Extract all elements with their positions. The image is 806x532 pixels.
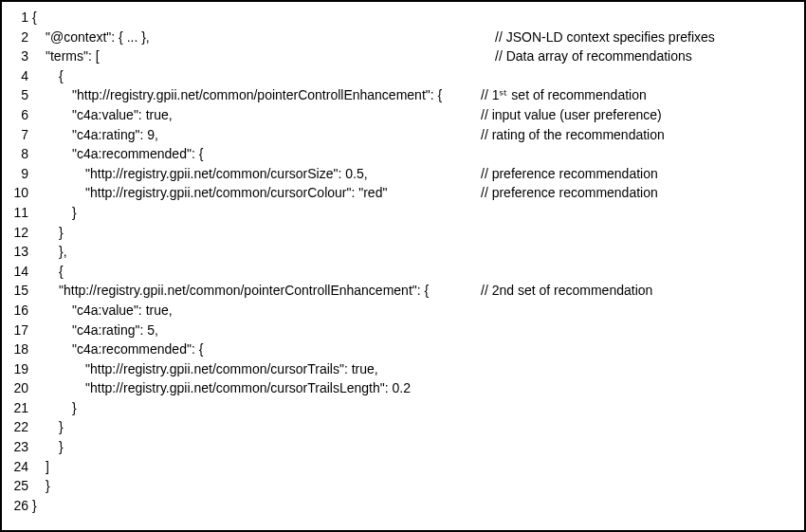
- line-number: 19: [2, 359, 32, 378]
- code-line: 2"@context": { ... },// JSON-LD context …: [2, 28, 804, 47]
- code-text: "http://registry.gpii.net/common/cursorT…: [32, 359, 378, 378]
- code-line: 14{: [2, 262, 804, 282]
- code-text: }: [32, 496, 37, 515]
- line-number: 26: [2, 496, 32, 515]
- code-line: 6"c4a:value": true,// input value (user …: [2, 105, 804, 125]
- code-comment: // JSON-LD context specifies prefixes: [495, 28, 715, 46]
- code-line: 9"http://registry.gpii.net/common/cursor…: [2, 164, 804, 184]
- code-line: 22}: [2, 417, 804, 437]
- line-number: 21: [2, 398, 32, 417]
- code-comment: // rating of the recommendation: [481, 125, 665, 144]
- line-number: 18: [2, 339, 32, 358]
- code-line: 4{: [2, 66, 804, 86]
- code-text: "c4a:recommended": {: [32, 144, 203, 163]
- code-line: 5"http://registry.gpii.net/common/pointe…: [2, 85, 804, 105]
- line-number: 12: [2, 223, 32, 242]
- code-line: 1{: [2, 8, 804, 28]
- code-text: }: [32, 223, 64, 242]
- code-line: 7"c4a:rating": 9,// rating of the recomm…: [2, 125, 804, 145]
- code-text: }: [32, 398, 77, 417]
- code-comment: // preference recommendation: [481, 164, 658, 183]
- code-line: 16"c4a:value": true,: [2, 301, 804, 321]
- code-text: {: [32, 66, 64, 85]
- line-number: 9: [2, 164, 32, 183]
- code-text: }: [32, 417, 64, 436]
- code-line: 19"http://registry.gpii.net/common/curso…: [2, 359, 804, 379]
- code-line: 15"http://registry.gpii.net/common/point…: [2, 281, 804, 301]
- line-number: 5: [2, 85, 32, 104]
- code-line: 23}: [2, 437, 804, 457]
- code-text: "c4a:recommended": {: [32, 339, 203, 358]
- code-text: "http://registry.gpii.net/common/cursorT…: [32, 378, 411, 397]
- code-comment: // 1ˢᵗ set of recommendation: [481, 85, 647, 104]
- line-number: 8: [2, 144, 32, 163]
- line-number: 3: [2, 46, 32, 65]
- code-comment: // input value (user preference): [481, 105, 662, 124]
- code-text: "@context": { ... },: [32, 28, 150, 46]
- line-number: 6: [2, 105, 32, 124]
- code-text: },: [32, 242, 67, 261]
- code-text: "http://registry.gpii.net/common/pointer…: [32, 281, 429, 300]
- line-number: 11: [2, 203, 32, 222]
- code-line: 8"c4a:recommended": {: [2, 144, 804, 164]
- code-line: 21}: [2, 398, 804, 418]
- code-text: "c4a:value": true,: [32, 301, 173, 320]
- code-line: 25}: [2, 476, 804, 496]
- line-number: 15: [2, 281, 32, 300]
- line-number: 17: [2, 321, 32, 339]
- line-number: 13: [2, 242, 32, 261]
- code-line: 11}: [2, 203, 804, 223]
- line-number: 20: [2, 378, 32, 397]
- code-line: 18"c4a:recommended": {: [2, 339, 804, 359]
- code-text: }: [32, 203, 77, 222]
- line-number: 4: [2, 66, 32, 85]
- code-text: ]: [32, 457, 49, 476]
- code-comment: // Data array of recommendations: [495, 46, 692, 65]
- line-number: 25: [2, 476, 32, 495]
- code-comment: // preference recommendation: [481, 183, 658, 202]
- code-text: {: [32, 262, 64, 281]
- line-number: 22: [2, 417, 32, 436]
- code-line: 17"c4a:rating": 5,: [2, 321, 804, 340]
- line-number: 7: [2, 125, 32, 144]
- code-text: "http://registry.gpii.net/common/pointer…: [32, 85, 442, 104]
- line-number: 1: [2, 8, 32, 27]
- code-text: "c4a:rating": 5,: [32, 321, 158, 339]
- code-text: "c4a:rating": 9,: [32, 125, 158, 144]
- line-number: 10: [2, 183, 32, 202]
- code-text: "terms": [: [32, 46, 100, 65]
- code-text: "http://registry.gpii.net/common/cursorC…: [32, 183, 387, 202]
- code-line: 12}: [2, 223, 804, 243]
- code-line: 20"http://registry.gpii.net/common/curso…: [2, 378, 804, 398]
- code-text: }: [32, 437, 64, 456]
- code-listing: 1{2"@context": { ... },// JSON-LD contex…: [0, 0, 806, 532]
- code-text: "c4a:value": true,: [32, 105, 173, 124]
- code-line: 24]: [2, 457, 804, 477]
- code-text: }: [32, 476, 50, 495]
- code-text: "http://registry.gpii.net/common/cursorS…: [32, 164, 368, 183]
- line-number: 24: [2, 457, 32, 476]
- code-line: 26}: [2, 496, 804, 516]
- line-number: 2: [2, 28, 32, 46]
- code-line: 13},: [2, 242, 804, 262]
- code-line: 10"http://registry.gpii.net/common/curso…: [2, 183, 804, 203]
- code-line: 3"terms": [// Data array of recommendati…: [2, 46, 804, 66]
- line-number: 14: [2, 262, 32, 281]
- code-comment: // 2nd set of recommendation: [481, 281, 652, 300]
- line-number: 23: [2, 437, 32, 456]
- line-number: 16: [2, 301, 32, 320]
- code-text: {: [32, 8, 37, 27]
